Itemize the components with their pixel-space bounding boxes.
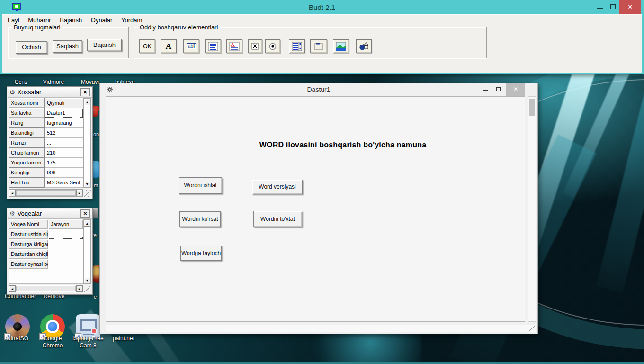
event-handler[interactable] [48,239,83,249]
toolbox-checkbox[interactable] [248,39,262,53]
resize-grip[interactable] [529,325,535,331]
main-client-area: Fayl Muharrir Bajarish Oynalar Yordam Bu… [2,14,642,73]
event-name[interactable]: Dastur oynasi bo [9,259,48,269]
event-name[interactable]: Dasturga kirilgan [9,239,48,249]
gear-icon: ⚙ [9,210,15,217]
bajarish-button[interactable]: Bajarish [87,39,122,51]
scroll-up-icon[interactable]: ▲ [84,220,90,227]
wordni-korsat-button[interactable]: Wordni ko'rsat [179,211,221,227]
label-fragment: re- [92,232,98,238]
saqlash-button[interactable]: Saqlash [53,40,82,53]
property-name[interactable]: Ramzi [9,138,45,148]
property-name[interactable]: Rang [9,118,45,128]
scroll-right-icon[interactable]: ► [76,190,83,196]
close-icon[interactable]: ✕ [80,88,90,96]
desktop-label-set[interactable]: Сеть [7,79,35,86]
scroll-down-icon[interactable]: ▼ [84,181,90,187]
desktop-label-vidmore[interactable]: Vidmore [37,79,70,86]
vertical-scrollbar[interactable] [528,96,536,322]
resize-grip[interactable] [84,190,91,197]
toolbox-shape[interactable] [356,39,372,53]
scrollbar-track[interactable] [16,190,76,196]
close-icon[interactable]: ✕ [506,83,525,96]
menu-yordam[interactable]: Yordam [121,17,142,24]
menu-bajarish[interactable]: Bajarish [60,17,82,24]
property-value[interactable]: tugmarang [45,118,83,128]
minimize-icon[interactable] [597,8,603,9]
horizontal-scrollbar[interactable]: ◄ ► [9,285,83,292]
desktop-icon-label[interactable]: UltraISO [1,335,34,342]
resize-grip[interactable] [84,286,91,293]
toolbox-textbox[interactable]: abI [183,39,199,53]
property-value[interactable]: 906 [45,168,83,178]
close-icon[interactable]: ✕ [80,209,90,218]
groupbox-commands-label: Buyruq tugmalari [12,24,62,31]
letter-a-icon: A [166,42,171,51]
property-value[interactable]: 175 [45,158,83,168]
horizontal-scrollbar[interactable] [106,325,536,332]
event-handler[interactable] [48,249,83,259]
record-dot-glyph [91,328,97,334]
toolbox-radiobutton[interactable] [265,39,280,53]
vertical-scrollbar[interactable]: ▲ ▼ [83,219,91,284]
property-name[interactable]: ChapTamon [9,148,45,158]
toolbox-picturebox[interactable] [333,39,349,53]
event-handler[interactable] [48,259,83,269]
property-name[interactable]: YuqoriTamon [9,158,45,168]
toolbox-listbox[interactable] [205,39,221,53]
scroll-left-icon[interactable]: ◄ [9,190,16,196]
toolbox-richtextbox[interactable]: A [226,39,242,53]
column-header[interactable]: Qiymati [45,98,83,108]
desktop-icon-label-paintnet[interactable]: paint.net [107,335,140,342]
scroll-left-icon[interactable]: ◄ [9,285,16,292]
word-versiyasi-button[interactable]: Word versiyasi [252,180,303,194]
scroll-listbox-icon [292,42,302,51]
groupbox-controls: Oddiy boshqaruv elementlari OK A abI A [134,27,487,58]
wordga-fayloch-button[interactable]: Wordga fayloch [180,246,222,261]
ochish-button[interactable]: Ochish [16,41,47,54]
event-name[interactable]: Dasturdan chiqil [9,249,48,259]
horizontal-scrollbar[interactable]: ◄ ► [9,189,83,197]
desktop-icon-label[interactable]: iSpring Free Cam 8 [69,335,107,349]
property-name[interactable]: Sarlavha [9,108,45,118]
xossalar-title: Xossalar [18,89,80,96]
toolbox-ok-button[interactable]: OK [139,39,155,53]
property-value[interactable]: 512 [45,128,83,138]
menu-oynalar[interactable]: Oynalar [91,17,113,24]
minimize-icon[interactable] [483,90,488,91]
scroll-down-icon[interactable]: ▼ [84,277,90,283]
wordni-ishlat-button[interactable]: Wordni ishlat [179,177,222,194]
column-header[interactable]: Jarayon [48,219,83,229]
maximize-icon[interactable] [610,4,616,9]
menu-muharrir[interactable]: Muharrir [28,17,51,24]
property-value[interactable]: MS Sans Serif [45,178,83,188]
scrollbar-track[interactable] [16,286,76,291]
maximize-icon[interactable] [496,87,501,91]
property-value[interactable]: Dastur1 [45,108,83,118]
menu-fayl[interactable]: Fayl [8,17,19,24]
scroll-right-icon[interactable]: ► [76,285,83,292]
checkbox-icon [250,42,260,51]
toolbox-frame[interactable] [310,39,327,53]
scroll-up-icon[interactable]: ▲ [84,99,90,105]
wordni-toxtat-button[interactable]: Wordni to'xtat [253,211,302,227]
property-value[interactable]: 210 [45,148,83,158]
event-handler[interactable] [48,229,83,239]
scrollbar-thumb[interactable] [529,99,535,116]
picturebox-icon [336,42,346,51]
close-icon[interactable]: ✕ [619,0,641,14]
event-name[interactable]: Dastur ustida sic [9,229,48,239]
property-name[interactable]: Kengligi [9,168,45,178]
property-name[interactable]: Balandligi [9,128,45,138]
toolbox-scroll-listbox[interactable] [289,39,305,53]
vertical-scrollbar[interactable]: ▲ ▼ [83,98,91,188]
column-header[interactable]: Voqea Nomi [9,219,48,229]
groupbox-controls-label: Oddiy boshqaruv elementlari [138,24,220,31]
label-fragment: m [94,182,98,188]
toolbox-label[interactable]: A [161,39,177,53]
desktop-icon-label[interactable]: Google Chrome [36,335,69,349]
column-header[interactable]: Xossa nomi [9,98,45,108]
dastur1-form-canvas: WORD ilovasini boshqarish bo'yicha namun… [106,96,525,322]
property-name[interactable]: HarfTuri [9,178,45,188]
property-value[interactable]: ... [45,138,83,148]
